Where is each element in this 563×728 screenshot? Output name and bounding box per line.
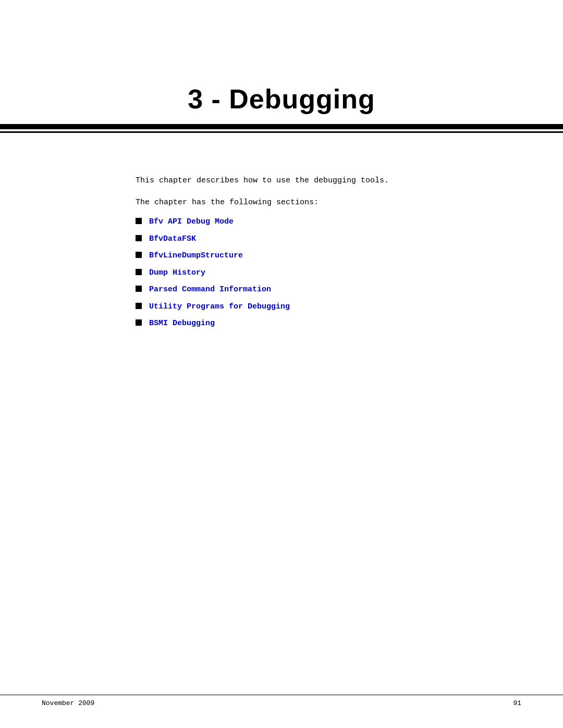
footer-page-number: 91 [513, 699, 521, 707]
page: 3 - Debugging This chapter describes how… [0, 0, 563, 728]
section-link-0[interactable]: Bfv API Debug Mode [149, 216, 234, 228]
bullet-icon [136, 235, 142, 241]
list-item: BfvLineDumpStructure [136, 250, 459, 262]
section-link-6[interactable]: BSMI Debugging [149, 318, 215, 330]
list-item: Dump History [136, 267, 459, 279]
list-item: BSMI Debugging [136, 318, 459, 330]
section-link-3[interactable]: Dump History [149, 267, 205, 279]
sections-intro: The chapter has the following sections: [136, 196, 459, 209]
section-link-1[interactable]: BfvDataFSK [149, 233, 196, 245]
footer-date: November 2009 [42, 699, 94, 707]
content-area: This chapter describes how to use the de… [0, 133, 563, 377]
divider-bar-thick [0, 124, 563, 129]
list-item: Parsed Command Information [136, 284, 459, 296]
intro-text-line1: This chapter describes how to use the de… [136, 175, 459, 187]
list-item: BfvDataFSK [136, 233, 459, 245]
footer: November 2009 91 [0, 695, 563, 707]
list-item: Utility Programs for Debugging [136, 301, 459, 313]
bullet-icon [136, 269, 142, 275]
list-item: Bfv API Debug Mode [136, 216, 459, 228]
section-link-5[interactable]: Utility Programs for Debugging [149, 301, 290, 313]
bullet-icon [136, 319, 142, 326]
chapter-title: 3 - Debugging [0, 83, 563, 115]
section-link-2[interactable]: BfvLineDumpStructure [149, 250, 243, 262]
bullet-icon [136, 252, 142, 258]
bullet-icon [136, 286, 142, 292]
section-link-4[interactable]: Parsed Command Information [149, 284, 271, 296]
bullet-icon [136, 303, 142, 309]
bullet-icon [136, 218, 142, 224]
chapter-title-area: 3 - Debugging [0, 0, 563, 124]
section-list: Bfv API Debug ModeBfvDataFSKBfvLineDumpS… [136, 216, 459, 330]
